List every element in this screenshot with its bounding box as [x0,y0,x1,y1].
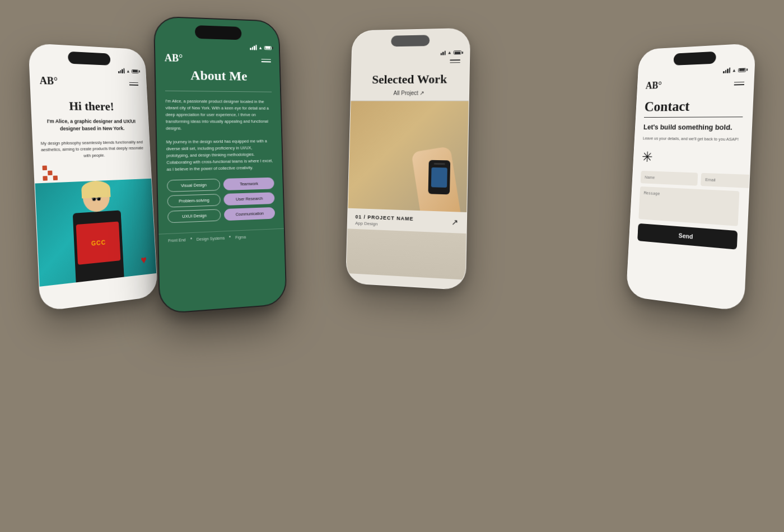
phone-4-heading: Let's build something bold. [643,123,743,133]
hamburger-icon-4[interactable] [734,81,744,85]
phone-1-greeting: Hi there! [37,98,143,114]
skill-teamwork[interactable]: Teamwork [223,178,274,190]
skill-communication[interactable]: Communication [224,207,275,221]
phone-1-hero: Hi there! I'm Alice, a graphic designer … [31,90,149,137]
phone-4: ▲ AB° Contact Let's build something bold… [626,43,756,312]
skill-visual-design[interactable]: Visual Design [167,179,220,192]
phone-3-title: Selected Work [351,66,469,89]
footer-item-figma: Figma [235,235,246,240]
phone-1-brand: AB° [39,75,58,87]
asterisk-icon: ✳ [641,149,741,169]
skill-uxui-design[interactable]: UXUI Design [167,209,221,223]
message-input[interactable] [638,186,739,226]
email-input[interactable] [701,173,756,189]
skill-user-research[interactable]: User Research [223,192,274,206]
phone-4-title: Contact [644,97,744,115]
phone-2-bio2: My journey in the design world has equip… [166,138,274,173]
phone-4-desc: Leave us your details, and we'll get bac… [643,135,742,142]
form-row-1 [641,171,740,188]
phone-4-content: Contact Let's build something bold. Leav… [629,92,753,255]
dynamic-island-3 [391,35,430,46]
phone-2-bio1: I'm Alice, a passionate product designer… [165,98,273,132]
skill-problem-solving[interactable]: Problem-solving [167,194,221,207]
phone-3-wrapper: ▲ Selected Work All Project ↗ [346,28,470,291]
phone-2-footer: Front End Design Systems Figma [158,228,284,248]
name-input[interactable] [641,171,698,186]
phone-2-content: About Me I'm Alice, a passionate product… [156,67,284,229]
hamburger-icon-2[interactable] [262,59,271,62]
phone-3-nav [352,55,469,67]
phone-3-project-image [348,101,469,212]
dynamic-island-2 [194,25,241,40]
phone-1-photo: GCC 🕶️ ♥ [35,179,156,287]
phone-2-title: About Me [165,67,272,84]
phone-3-subtitle-text: All Project ↗ [394,90,424,96]
phone-4-wrapper: ▲ AB° Contact Let's build something bold… [626,43,756,312]
phone-3-subtitle[interactable]: All Project ↗ [351,88,469,100]
phone-1-philosophy: My design philosophy seamlessly blends f… [33,136,150,164]
phone-2-nav: AB° [155,48,279,70]
status-icons-1: ▲ [118,68,139,74]
hamburger-icon-1[interactable] [129,82,138,85]
phone-1-wrapper: ▲ AB° Hi there! I'm Alice, a graphic des… [28,43,158,312]
footer-dot-2 [229,236,231,237]
phone-1: ▲ AB° Hi there! I'm Alice, a graphic des… [28,43,158,312]
phone-3: ▲ Selected Work All Project ↗ [346,28,470,291]
phone-2-wrapper: ▲ AB° About Me I'm Alice, a passionate [153,16,287,314]
phone-2-divider [165,91,272,92]
dynamic-island-4 [673,52,716,66]
project-type: App Design [355,221,413,228]
phone-2: ▲ AB° About Me I'm Alice, a passionate [153,16,287,314]
footer-item-frontend: Front End [168,238,186,243]
hamburger-icon-3[interactable] [450,59,460,63]
footer-item-design-systems: Design Systems [197,236,225,241]
phone-1-tagline: I'm Alice, a graphic designer and UX/UI … [38,118,144,132]
scene: ▲ AB° Hi there! I'm Alice, a graphic des… [0,0,784,532]
wifi-icon-1: ▲ [126,68,130,73]
skills-grid: Visual Design Teamwork Problem-solving U… [167,178,275,223]
phone-2-brand: AB° [165,52,183,64]
pixel-decoration [43,162,144,180]
phone-4-nav: AB° [637,72,754,95]
send-button[interactable]: Send [637,223,738,250]
phone-3-image2 [346,228,466,279]
footer-dot-1 [190,237,192,239]
project-arrow[interactable]: ↗ [451,217,459,227]
phone-4-divider [644,116,743,118]
status-icons-2: ▲ [250,45,272,51]
phone-4-brand: AB° [645,80,662,92]
